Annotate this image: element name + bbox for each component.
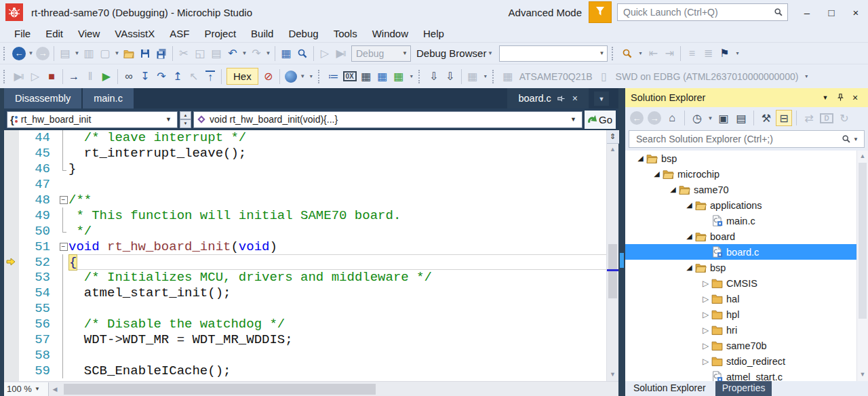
collapse-box-icon[interactable]: − [60,196,68,204]
collapse-box-icon[interactable]: − [60,243,68,251]
step-into-button[interactable]: ↧ [137,68,153,85]
toolbar-overflow-button[interactable]: ▾ [802,68,811,85]
erase-device-button[interactable]: ▦ [465,68,481,85]
home-button[interactable]: ⌂ [664,110,680,126]
tree-item-cmsis[interactable]: ▷CMSIS [625,275,868,291]
scroll-down-arrow[interactable]: ▼ [607,369,618,380]
tree-item-hri[interactable]: ▷hri [625,322,868,338]
chevron-down-icon[interactable]: ▼ [73,50,81,56]
tree-item-applications[interactable]: ◢applications [625,197,868,213]
restart-button[interactable]: → [66,68,82,85]
start-without-debugging-button[interactable]: ▶‖ [333,45,349,62]
fold-margin[interactable] [58,332,68,348]
scroll-up-arrow[interactable]: ▲ [610,144,616,155]
collapse-all-button[interactable]: ⊟ [776,110,792,126]
chevron-down-icon[interactable]: ▼ [163,116,174,123]
maximize-button[interactable]: □ [819,2,844,22]
minimize-button[interactable]: – [795,2,819,22]
chevron-down-icon[interactable]: ▼ [299,73,307,79]
continue-button[interactable]: ▶ [98,68,115,85]
scroll-left-arrow[interactable]: ◀ [49,386,61,393]
toolbar-overflow-button[interactable]: ▾ [635,45,645,62]
menu-window[interactable]: Window [365,26,416,41]
scope-spinner[interactable]: ▲▼ [180,111,191,128]
open-file-button[interactable] [121,45,137,62]
chevron-down-icon[interactable]: ▼ [27,50,35,56]
tab-solution-explorer[interactable]: Solution Explorer [627,381,713,396]
cut-button[interactable]: ✂ [176,45,192,62]
fold-margin[interactable] [58,347,68,363]
toolbar-overflow-button[interactable]: ▾ [732,45,742,62]
menu-build[interactable]: Build [243,26,281,41]
save-button[interactable] [137,45,153,62]
expander-expanded-icon[interactable]: ◢ [684,263,695,272]
spin-down-icon[interactable]: ▼ [180,119,191,128]
close-icon[interactable]: × [848,90,863,105]
quick-launch-input[interactable] [622,6,774,18]
step-out-button[interactable]: ↥ [170,68,186,85]
pin-icon[interactable] [557,94,566,103]
close-button[interactable]: × [844,2,868,22]
close-tab-icon[interactable]: × [572,93,578,104]
stop-debugging-button[interactable]: ■ [43,68,60,85]
scrollbar-thumb[interactable] [608,244,617,298]
scope-combo[interactable]: { rt_hw_board_init ▼ [7,111,178,128]
navigate-forward-button[interactable]: → [36,47,50,60]
toolbar-overflow-button[interactable]: ▾ [407,68,416,85]
expander-expanded-icon[interactable]: ◢ [667,185,679,194]
chevron-down-icon[interactable]: ▼ [35,386,40,392]
menu-tools[interactable]: Tools [326,26,365,41]
va-find-references-button[interactable] [619,45,635,62]
expander-collapsed-icon[interactable]: ▷ [700,279,711,288]
expander-collapsed-icon[interactable]: ▷ [700,294,711,304]
device-selector-button[interactable] [285,71,297,83]
new-project-button[interactable]: ▤ [57,45,73,62]
run-to-cursor-button[interactable]: ↖ [186,68,202,85]
fold-margin[interactable] [58,223,68,239]
tree-item-hal[interactable]: ▷hal [625,291,868,306]
fold-margin[interactable] [58,207,68,223]
tree-item-stdio-redirect[interactable]: ▷stdio_redirect [625,353,868,369]
fold-margin[interactable] [58,130,68,146]
tree-item-bsp[interactable]: ◢bsp [625,151,868,166]
find-in-files-button[interactable] [294,45,311,62]
scroll-up-arrow[interactable]: ▲ [860,151,866,161]
start-debugging-button[interactable]: ▷ [317,45,333,62]
pin-icon[interactable] [833,90,848,105]
save-all-button[interactable] [153,45,170,62]
run-to-line-button[interactable]: ↑ [205,71,215,82]
menu-project[interactable]: Project [197,26,243,41]
expander-collapsed-icon[interactable]: ▷ [700,357,711,366]
tab-list-dropdown-button[interactable]: ▼ [594,92,609,106]
redo-button[interactable]: ↷ [248,45,264,62]
preview-selected-items-button[interactable]: ▤ [733,110,749,126]
tree-item-board[interactable]: ◢board [625,229,868,244]
bookmark-button[interactable]: ⚑ [716,45,732,62]
tree-item-board-c[interactable]: board.c [625,244,868,260]
break-all-button[interactable]: ‖ [82,68,98,85]
chevron-down-icon[interactable]: ▼ [707,115,714,121]
tree-item-same70b[interactable]: ▷same70b [625,338,868,353]
spin-up-icon[interactable]: ▲ [180,111,191,120]
fold-margin[interactable] [58,317,68,332]
expander-expanded-icon[interactable]: ◢ [651,170,663,178]
step-over-button[interactable]: ↷ [153,68,170,85]
hex-display-toggle[interactable]: Hex [226,68,258,85]
scrollbar-thumb[interactable] [64,384,376,395]
tree-item-hpl[interactable]: ▷hpl [625,306,868,322]
chevron-down-icon[interactable]: ▼ [568,116,579,123]
tab-board-c[interactable]: board.c × [507,88,589,108]
attach-to-target-button[interactable]: ▷ [27,68,43,85]
fold-margin[interactable] [58,161,68,177]
fold-margin[interactable] [58,270,68,285]
solution-explorer-window-button[interactable]: ▦ [278,45,294,62]
tab-properties[interactable]: Properties [715,381,772,396]
quick-launch-box[interactable] [617,3,788,21]
new-file-button[interactable]: ▢ [97,45,113,62]
va-navigate-forward-button[interactable]: ⇥ [661,45,677,62]
menu-help[interactable]: Help [416,26,452,41]
toolbar-overflow-button[interactable]: ▾ [307,68,316,85]
fold-margin[interactable]: − [58,193,68,208]
split-editor-handle[interactable]: ⇕ [607,130,619,144]
chevron-down-icon[interactable]: ▼ [241,50,248,56]
